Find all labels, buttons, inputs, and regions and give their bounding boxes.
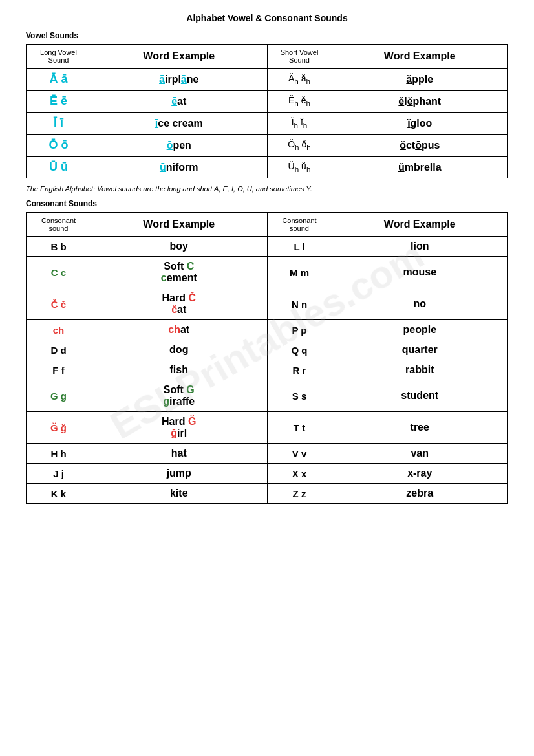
word-rabbit: rabbit	[332, 360, 508, 380]
consonant-h: H h	[27, 444, 91, 464]
consonant-c-hard: Č č	[27, 288, 91, 320]
word-airplane: āirplāne	[91, 69, 268, 91]
word-kite: kite	[91, 484, 268, 504]
consonant-g-hard: Ğ ğ	[27, 412, 91, 444]
word-lion: lion	[332, 237, 508, 257]
word-mouse: mouse	[332, 257, 508, 288]
consonant-d: D d	[27, 340, 91, 360]
consonant-header-word1: Word Example	[91, 213, 268, 237]
long-vowel-e: Ē ē	[27, 91, 91, 113]
table-row: Ā ā āirplāne Ăh ăh ăpple	[27, 69, 508, 91]
consonant-s: S s	[267, 380, 332, 412]
word-apple: ăpple	[332, 69, 508, 91]
consonant-r: R r	[267, 360, 332, 380]
consonant-g: G g	[27, 380, 91, 412]
consonant-header-sound2: Consonantsound	[267, 213, 332, 237]
consonant-header-word2: Word Example	[332, 213, 508, 237]
vowel-header-word1: Word Example	[91, 45, 268, 69]
table-row: G g Soft Ggiraffe S s student	[27, 380, 508, 412]
word-octopus: ŏctōpus	[332, 135, 508, 157]
word-tree: tree	[332, 412, 508, 444]
short-vowel-u: Ŭh ŭh	[267, 157, 332, 178]
word-cat: Hard Ččat	[91, 288, 268, 320]
table-row: Ō ō ōpen Ŏh ŏh ŏctōpus	[27, 135, 508, 157]
long-vowel-i: Ī ī	[27, 113, 91, 135]
consonant-l: L l	[267, 237, 332, 257]
table-row: Ī ī īce cream Ĭh ĭh ĭgloo	[27, 113, 508, 135]
word-umbrella: ŭmbrella	[332, 157, 508, 178]
word-fish: fish	[91, 360, 268, 380]
long-vowel-a: Ā ā	[27, 69, 91, 91]
word-quarter: quarter	[332, 340, 508, 360]
table-row: D d dog Q q quarter	[27, 340, 508, 360]
word-igloo: ĭgloo	[332, 113, 508, 135]
consonant-p: P p	[267, 320, 332, 340]
word-jump: jump	[91, 464, 268, 484]
table-row: C c Soft Ccement M m mouse	[27, 257, 508, 288]
vowel-table: Long VowelSound Word Example Short Vowel…	[26, 44, 508, 178]
vowel-note: The English Alphabet: Vowel sounds are t…	[26, 185, 508, 193]
table-row: ch chat P p people	[27, 320, 508, 340]
table-row: F f fish R r rabbit	[27, 360, 508, 380]
short-vowel-i: Ĭh ĭh	[267, 113, 332, 135]
consonant-z: Z z	[267, 484, 332, 504]
consonant-v: V v	[267, 444, 332, 464]
word-xray: x-ray	[332, 464, 508, 484]
consonant-table: Consonantsound Word Example Consonantsou…	[26, 212, 508, 504]
table-row: Ğ ğ Hard Ğğirl T t tree	[27, 412, 508, 444]
word-boy: boy	[91, 237, 268, 257]
table-row: H h hat V v van	[27, 444, 508, 464]
consonant-c: C c	[27, 257, 91, 288]
consonant-section-label: Consonant Sounds	[26, 199, 508, 208]
vowel-header-word2: Word Example	[332, 45, 508, 69]
long-vowel-o: Ō ō	[27, 135, 91, 157]
short-vowel-a: Ăh ăh	[267, 69, 332, 91]
word-people: people	[332, 320, 508, 340]
vowel-header-short: Short VowelSound	[267, 45, 332, 69]
consonant-header-sound1: Consonantsound	[27, 213, 91, 237]
vowel-section-label: Vowel Sounds	[26, 31, 508, 40]
word-hat: hat	[91, 444, 268, 464]
table-row: Ē ē ēat Ěh ěh ělěphant	[27, 91, 508, 113]
word-zebra: zebra	[332, 484, 508, 504]
table-row: K k kite Z z zebra	[27, 484, 508, 504]
table-row: B b boy L l lion	[27, 237, 508, 257]
word-cement: Soft Ccement	[91, 257, 268, 288]
word-girl: Hard Ğğirl	[91, 412, 268, 444]
consonant-k: K k	[27, 484, 91, 504]
consonant-q: Q q	[267, 340, 332, 360]
consonant-m: M m	[267, 257, 332, 288]
table-row: Č č Hard Ččat N n no	[27, 288, 508, 320]
consonant-t: T t	[267, 412, 332, 444]
word-elephant: ělěphant	[332, 91, 508, 113]
short-vowel-o: Ŏh ŏh	[267, 135, 332, 157]
word-giraffe: Soft Ggiraffe	[91, 380, 268, 412]
consonant-j: J j	[27, 464, 91, 484]
short-vowel-e: Ěh ěh	[267, 91, 332, 113]
word-van: van	[332, 444, 508, 464]
consonant-ch: ch	[27, 320, 91, 340]
page-title: Alphabet Vowel & Consonant Sounds	[26, 13, 508, 23]
table-row: Ū ū ūniform Ŭh ŭh ŭmbrella	[27, 157, 508, 178]
word-eat: ēat	[91, 91, 268, 113]
consonant-x: X x	[267, 464, 332, 484]
table-row: J j jump X x x-ray	[27, 464, 508, 484]
word-dog: dog	[91, 340, 268, 360]
consonant-n: N n	[267, 288, 332, 320]
word-no: no	[332, 288, 508, 320]
vowel-header-long: Long VowelSound	[27, 45, 91, 69]
consonant-b: B b	[27, 237, 91, 257]
word-ice-cream: īce cream	[91, 113, 268, 135]
word-student: student	[332, 380, 508, 412]
word-chat: chat	[91, 320, 268, 340]
long-vowel-u: Ū ū	[27, 157, 91, 178]
consonant-f: F f	[27, 360, 91, 380]
word-uniform: ūniform	[91, 157, 268, 178]
word-open: ōpen	[91, 135, 268, 157]
